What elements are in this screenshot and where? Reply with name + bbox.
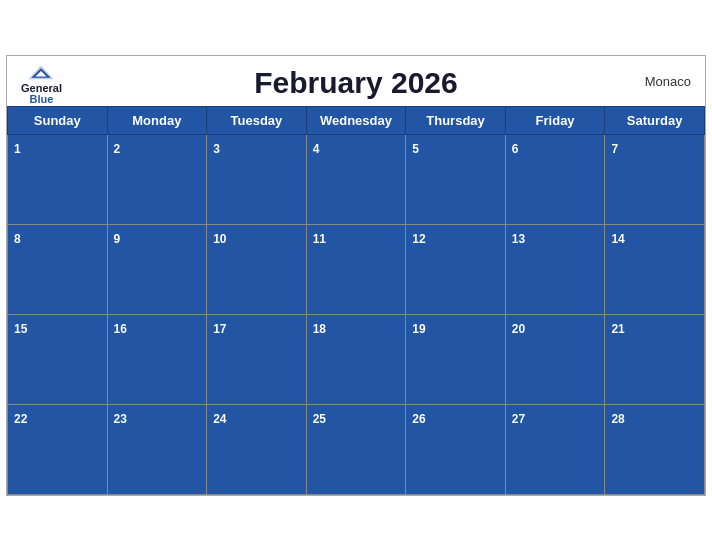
week-row-4: 22232425262728: [8, 404, 705, 494]
day-number-9: 9: [114, 232, 121, 246]
col-thursday: Thursday: [406, 106, 506, 134]
calendar-title: February 2026: [254, 66, 457, 100]
day-cell-21: 21: [605, 314, 705, 404]
day-cell-17: 17: [207, 314, 307, 404]
day-cell-6: 6: [505, 134, 605, 224]
day-number-2: 2: [114, 142, 121, 156]
logo: General Blue: [21, 64, 62, 105]
col-saturday: Saturday: [605, 106, 705, 134]
day-number-23: 23: [114, 412, 127, 426]
day-cell-5: 5: [406, 134, 506, 224]
day-number-16: 16: [114, 322, 127, 336]
day-number-20: 20: [512, 322, 525, 336]
day-cell-22: 22: [8, 404, 108, 494]
day-number-10: 10: [213, 232, 226, 246]
day-cell-3: 3: [207, 134, 307, 224]
col-sunday: Sunday: [8, 106, 108, 134]
day-number-11: 11: [313, 232, 326, 246]
day-number-19: 19: [412, 322, 425, 336]
country-label: Monaco: [645, 73, 691, 88]
day-number-4: 4: [313, 142, 320, 156]
day-number-1: 1: [14, 142, 21, 156]
day-cell-15: 15: [8, 314, 108, 404]
day-cell-26: 26: [406, 404, 506, 494]
logo-blue-text: Blue: [30, 94, 54, 105]
col-monday: Monday: [107, 106, 207, 134]
day-number-7: 7: [611, 142, 618, 156]
day-number-14: 14: [611, 232, 624, 246]
col-tuesday: Tuesday: [207, 106, 307, 134]
day-number-3: 3: [213, 142, 220, 156]
day-number-25: 25: [313, 412, 326, 426]
day-cell-8: 8: [8, 224, 108, 314]
day-number-8: 8: [14, 232, 21, 246]
day-cell-12: 12: [406, 224, 506, 314]
calendar-table: Sunday Monday Tuesday Wednesday Thursday…: [7, 106, 705, 495]
day-cell-10: 10: [207, 224, 307, 314]
logo-icon: [27, 64, 55, 82]
day-cell-4: 4: [306, 134, 406, 224]
week-row-1: 1234567: [8, 134, 705, 224]
day-number-27: 27: [512, 412, 525, 426]
day-number-17: 17: [213, 322, 226, 336]
calendar: General Blue February 2026 Monaco Sunday…: [6, 55, 706, 496]
week-row-3: 15161718192021: [8, 314, 705, 404]
day-number-6: 6: [512, 142, 519, 156]
day-cell-11: 11: [306, 224, 406, 314]
day-number-15: 15: [14, 322, 27, 336]
day-number-12: 12: [412, 232, 425, 246]
day-cell-16: 16: [107, 314, 207, 404]
day-cell-20: 20: [505, 314, 605, 404]
day-cell-19: 19: [406, 314, 506, 404]
day-number-18: 18: [313, 322, 326, 336]
logo-general-text: General: [21, 83, 62, 94]
day-cell-28: 28: [605, 404, 705, 494]
col-wednesday: Wednesday: [306, 106, 406, 134]
day-cell-23: 23: [107, 404, 207, 494]
day-cell-14: 14: [605, 224, 705, 314]
calendar-header: General Blue February 2026 Monaco: [7, 56, 705, 106]
day-number-21: 21: [611, 322, 624, 336]
day-cell-13: 13: [505, 224, 605, 314]
day-cell-18: 18: [306, 314, 406, 404]
day-number-5: 5: [412, 142, 419, 156]
day-cell-27: 27: [505, 404, 605, 494]
day-cell-25: 25: [306, 404, 406, 494]
day-number-26: 26: [412, 412, 425, 426]
col-friday: Friday: [505, 106, 605, 134]
day-cell-7: 7: [605, 134, 705, 224]
day-number-28: 28: [611, 412, 624, 426]
day-number-22: 22: [14, 412, 27, 426]
day-cell-1: 1: [8, 134, 108, 224]
day-number-24: 24: [213, 412, 226, 426]
day-cell-24: 24: [207, 404, 307, 494]
day-number-13: 13: [512, 232, 525, 246]
day-cell-9: 9: [107, 224, 207, 314]
week-row-2: 891011121314: [8, 224, 705, 314]
day-cell-2: 2: [107, 134, 207, 224]
days-of-week-row: Sunday Monday Tuesday Wednesday Thursday…: [8, 106, 705, 134]
